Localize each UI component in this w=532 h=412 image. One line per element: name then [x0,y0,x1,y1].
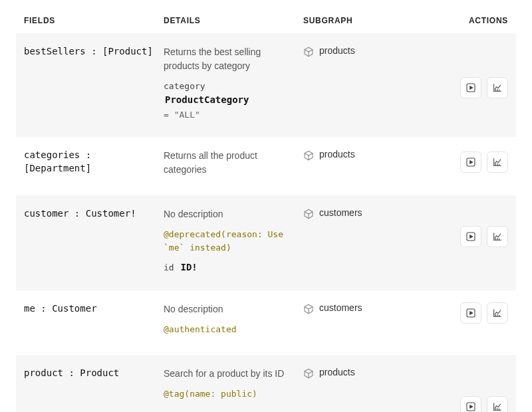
play-icon [466,82,476,93]
insights-button[interactable] [487,302,508,324]
arg-type: ID! [180,262,197,272]
table-row: bestSellers : [Product] Returns the best… [16,33,516,137]
play-icon [466,157,476,167]
field-description: No description [164,302,295,316]
table-row: product : Product Search for a product b… [16,355,516,413]
cube-icon [303,304,314,316]
field-signature: me : Customer [24,302,164,343]
cube-icon [303,368,314,381]
field-directive: @tag(name: public) [164,387,295,401]
insights-button[interactable] [487,152,508,173]
arg-default: = "ALL" [164,108,295,122]
table-row: me : Customer No description @authentica… [16,290,516,355]
field-arg: category ProductCategory = "ALL" [164,80,295,121]
chart-icon [492,82,503,93]
header-details: DETAILS [164,16,303,25]
field-description: No description [164,207,295,221]
run-button[interactable] [460,77,481,98]
run-button[interactable] [460,302,481,324]
play-icon [466,231,476,242]
subgraph-cell: customers [303,207,416,278]
run-button[interactable] [460,396,481,413]
field-arg: id ID! [164,260,295,274]
field-directive: @deprecated(reason: Use `me` instead) [164,228,295,254]
cube-icon [303,150,314,163]
subgraph-name: products [319,149,355,159]
header-subgraph: SUBGRAPH [303,16,416,25]
subgraph-name: products [319,45,355,56]
field-signature: customer : Customer! [24,207,164,278]
play-icon [466,401,476,412]
details-cell: No description @deprecated(reason: Use `… [164,207,303,278]
header-fields: FIELDS [24,16,164,25]
subgraph-cell: customers [303,302,416,343]
actions-cell [416,302,508,343]
actions-cell [416,367,508,413]
field-signature: product : Product [24,367,164,413]
subgraph-cell: products [303,45,416,125]
cube-icon [303,209,314,221]
field-description: Search for a product by its ID [164,367,295,381]
chart-icon [492,231,503,242]
field-signature: categories : [Department] [24,149,164,183]
table-header: FIELDS DETAILS SUBGRAPH ACTIONS [16,0,516,33]
chart-icon [492,401,503,412]
run-button[interactable] [460,152,481,173]
subgraph-name: products [319,367,355,377]
insights-button[interactable] [487,77,508,98]
play-icon [466,308,476,318]
chart-icon [492,157,503,167]
header-actions: ACTIONS [416,16,508,25]
cube-icon [303,47,314,59]
field-description: Returns all the product categories [164,149,295,177]
table-row: customer : Customer! No description @dep… [16,195,516,290]
details-cell: Returns the best selling products by cat… [164,45,303,125]
details-cell: No description @authenticated [164,302,303,343]
insights-button[interactable] [487,396,508,413]
details-cell: Search for a product by its ID @tag(name… [164,367,303,413]
actions-cell [416,45,508,125]
table-row: categories : [Department] Returns all th… [16,137,516,195]
field-directive: @authenticated [164,323,295,336]
arg-name: id [164,262,174,272]
chart-icon [492,308,503,318]
subgraph-cell: products [303,367,416,413]
insights-button[interactable] [487,226,508,247]
field-signature: bestSellers : [Product] [24,45,164,125]
run-button[interactable] [460,226,481,247]
subgraph-name: customers [319,207,362,218]
arg-name: category [164,81,205,91]
subgraph-cell: products [303,149,416,183]
actions-cell [416,149,508,183]
arg-type: ProductCategory [165,94,249,105]
subgraph-name: customers [319,302,362,313]
details-cell: Returns all the product categories [164,149,303,183]
field-description: Returns the best selling products by cat… [164,45,295,73]
actions-cell [416,207,508,278]
